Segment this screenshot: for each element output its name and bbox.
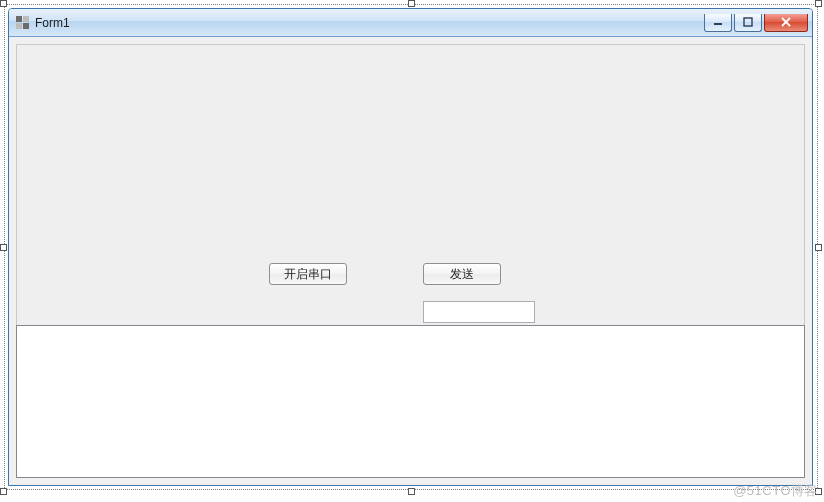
window-title: Form1 (35, 16, 704, 30)
resize-handle-top-right[interactable] (815, 0, 822, 7)
client-area: 开启串口 发送 (16, 44, 805, 478)
resize-handle-bottom-left[interactable] (0, 488, 7, 495)
resize-handle-middle-left[interactable] (0, 244, 7, 251)
form-window: Form1 (8, 8, 813, 486)
svg-rect-4 (714, 23, 722, 25)
resize-handle-middle-right[interactable] (815, 244, 822, 251)
svg-rect-0 (16, 16, 22, 22)
minimize-icon (713, 17, 723, 27)
output-textbox[interactable] (16, 325, 805, 478)
resize-handle-bottom-middle[interactable] (408, 488, 415, 495)
resize-handle-bottom-right[interactable] (815, 488, 822, 495)
titlebar[interactable]: Form1 (9, 9, 812, 37)
close-button[interactable] (764, 14, 808, 32)
resize-handle-top-middle[interactable] (408, 0, 415, 7)
designer-canvas: Form1 (4, 4, 818, 490)
maximize-button[interactable] (734, 14, 762, 32)
send-textbox[interactable] (423, 301, 535, 323)
minimize-button[interactable] (704, 14, 732, 32)
send-button[interactable]: 发送 (423, 263, 501, 285)
upper-panel: 开启串口 发送 (17, 45, 804, 325)
open-serial-button[interactable]: 开启串口 (269, 263, 347, 285)
svg-rect-3 (23, 23, 29, 29)
svg-rect-5 (744, 18, 752, 26)
resize-handle-top-left[interactable] (0, 0, 7, 7)
maximize-icon (743, 17, 753, 27)
app-icon (15, 15, 31, 31)
svg-rect-2 (16, 23, 22, 29)
svg-rect-1 (23, 16, 29, 22)
close-icon (780, 17, 792, 27)
window-controls (704, 14, 808, 32)
